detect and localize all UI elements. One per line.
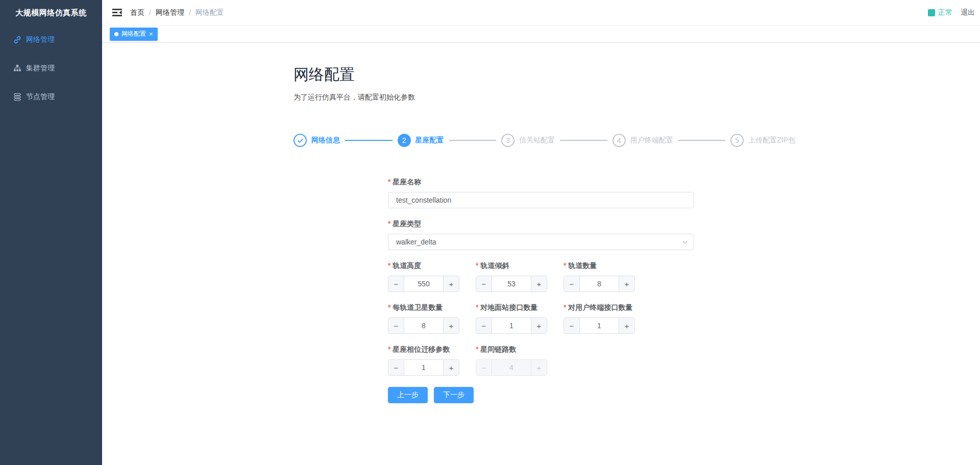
sidebar-item-label: 集群管理 (26, 64, 55, 73)
ground-station-ports-stepper: − + (476, 317, 547, 334)
status-indicator-square (928, 9, 935, 16)
sidebar: 大规模网络仿真系统 网络管理 (0, 0, 102, 465)
form-row-orbit: 轨道高度 − + 轨道倾斜 − + 轨道数量 (388, 261, 704, 303)
chevron-down-icon (682, 239, 689, 247)
user-terminal-ports-input[interactable] (580, 318, 619, 333)
orbit-inclination-input[interactable] (492, 276, 531, 291)
step-connector (560, 140, 607, 141)
form-item-ground-station-ports: 对地面站接口数量 − + (476, 303, 547, 334)
form-item-user-terminal-ports: 对用户终端接口数量 − + (564, 303, 635, 334)
decrement-button[interactable]: − (388, 276, 404, 291)
increment-button[interactable]: + (443, 276, 459, 291)
next-step-button[interactable]: 下一步 (434, 387, 474, 403)
sidebar-item-node-management[interactable]: 节点管理 (0, 83, 102, 111)
breadcrumb: 首页 / 网络管理 / 网络配置 (130, 8, 224, 17)
field-label: 星座相位迁移参数 (388, 345, 459, 354)
step-connector (678, 140, 726, 141)
tabs-bar: 网络配置 × (102, 26, 980, 43)
form-item-constellation-name: 星座名称 (388, 178, 704, 208)
increment-button[interactable]: + (443, 318, 459, 333)
increment-button[interactable]: + (619, 318, 634, 333)
step-constellation-config: 2 星座配置 (398, 134, 444, 147)
sidebar-item-network-management[interactable]: 网络管理 (0, 26, 102, 54)
breadcrumb-separator: / (149, 9, 151, 17)
form-item-inter-satellite-links: 星间链路数 − + (476, 345, 547, 376)
form-item-sats-per-orbit: 每轨道卫星数量 − + (388, 303, 459, 334)
form-row-phase: 星座相位迁移参数 − + 星间链路数 − + (388, 345, 704, 387)
decrement-button[interactable]: − (564, 276, 580, 291)
increment-button[interactable]: + (531, 276, 547, 291)
step-network-info: 网络信息 (293, 134, 340, 147)
orbit-height-input[interactable] (404, 276, 443, 291)
decrement-button[interactable]: − (564, 318, 580, 333)
form-item-orbit-count: 轨道数量 − + (564, 261, 635, 292)
step-connector (345, 140, 393, 141)
nodes-icon (13, 93, 21, 101)
sidebar-menu: 网络管理 集群管理 节点管理 (0, 26, 102, 111)
decrement-button[interactable]: − (388, 318, 404, 333)
phase-shift-param-stepper: − + (388, 359, 459, 376)
breadcrumb-current: 网络配置 (195, 8, 224, 17)
step-number: 2 (398, 134, 411, 147)
step-check-icon (293, 134, 307, 147)
logout-button[interactable]: 退出 (961, 8, 975, 17)
step-label: 网络信息 (311, 136, 340, 145)
sidebar-item-label: 网络管理 (26, 35, 55, 44)
orbit-inclination-stepper: − + (476, 276, 547, 292)
tab-close-icon[interactable]: × (149, 31, 153, 37)
step-upload-zip: 5 上传配置ZIP包 (730, 134, 795, 147)
navbar: 首页 / 网络管理 / 网络配置 正常 退出 (102, 0, 980, 26)
ground-station-ports-input[interactable] (492, 318, 531, 333)
increment-button[interactable]: + (443, 360, 459, 375)
sats-per-orbit-input[interactable] (404, 318, 443, 333)
breadcrumb-network-management[interactable]: 网络管理 (156, 8, 184, 17)
constellation-name-input[interactable] (388, 192, 694, 208)
breadcrumb-home[interactable]: 首页 (130, 8, 144, 17)
decrement-button[interactable]: − (476, 276, 492, 291)
breadcrumb-separator: / (189, 9, 191, 17)
form-item-orbit-height: 轨道高度 − + (388, 261, 459, 292)
step-number: 4 (612, 134, 626, 147)
decrement-button[interactable]: − (388, 360, 404, 375)
prev-step-button[interactable]: 上一步 (388, 387, 428, 403)
form-row-interfaces: 每轨道卫星数量 − + 对地面站接口数量 − + 对 (388, 303, 704, 345)
step-label: 上传配置ZIP包 (748, 136, 795, 145)
selected-value: walker_delta (396, 238, 436, 246)
step-label: 用户终端配置 (630, 136, 673, 145)
increment-button[interactable]: + (619, 276, 634, 291)
field-label: 星座类型 (388, 219, 704, 229)
field-label: 星间链路数 (476, 345, 547, 354)
sats-per-orbit-stepper: − + (388, 317, 459, 334)
status-label: 正常 (938, 8, 952, 17)
step-user-terminal-config: 4 用户终端配置 (612, 134, 673, 147)
sidebar-fold-icon[interactable] (112, 8, 122, 17)
navbar-right: 正常 退出 (928, 8, 975, 17)
phase-shift-param-input[interactable] (404, 360, 443, 375)
field-label: 星座名称 (388, 178, 704, 187)
step-gateway-config: 3 信关站配置 (501, 134, 555, 147)
sidebar-item-label: 节点管理 (26, 92, 55, 102)
constellation-form: 星座名称 星座类型 walker_delta 轨道高度 (388, 178, 704, 403)
constellation-type-select[interactable]: walker_delta (388, 234, 694, 250)
sidebar-item-cluster-management[interactable]: 集群管理 (0, 54, 102, 83)
increment-button-disabled: + (531, 360, 547, 375)
app-title: 大规模网络仿真系统 (0, 0, 102, 26)
wizard-steps: 网络信息 2 星座配置 3 信关站配置 4 用户终端配置 5 上传配置ZIP包 (293, 134, 795, 147)
decrement-button-disabled: − (476, 360, 492, 375)
orbit-height-stepper: − + (388, 276, 459, 292)
cluster-icon (13, 64, 21, 72)
increment-button[interactable]: + (531, 318, 547, 333)
tab-network-config[interactable]: 网络配置 × (110, 28, 158, 41)
step-number: 5 (730, 134, 744, 147)
user-terminal-ports-stepper: − + (564, 317, 635, 334)
page-content: 网络配置 为了运行仿真平台，请配置初始化参数 网络信息 2 星座配置 3 信关站… (102, 43, 980, 403)
field-label: 轨道高度 (388, 261, 459, 271)
orbit-count-input[interactable] (580, 276, 619, 291)
tab-active-dot-icon (114, 32, 118, 36)
form-item-orbit-inclination: 轨道倾斜 − + (476, 261, 547, 292)
form-buttons: 上一步 下一步 (388, 387, 704, 403)
main-area: 首页 / 网络管理 / 网络配置 正常 退出 网络配置 × 网络配置 为了运行仿… (102, 0, 980, 465)
step-connector (449, 140, 497, 141)
decrement-button[interactable]: − (476, 318, 492, 333)
page-subtitle: 为了运行仿真平台，请配置初始化参数 (293, 93, 980, 102)
